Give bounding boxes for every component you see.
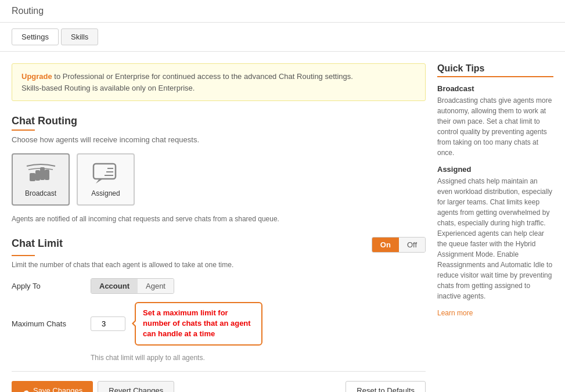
tab-skills[interactable]: Skills [61,28,98,45]
page-title: Routing [12,6,44,16]
max-chats-tooltip: Set a maximum limit for number of chats … [135,302,262,346]
broadcast-tip-text: Broadcasting chats give agents more auto… [437,95,553,158]
upgrade-text1: to Professional or Enterprise for contin… [52,72,353,81]
apply-account-button[interactable]: Account [91,279,138,293]
apply-note: This chat limit will apply to all agents… [91,354,426,362]
svg-rect-1 [35,170,40,181]
broadcast-tip-title: Broadcast [437,84,553,93]
footer-divider [12,371,426,372]
upgrade-text2: Skills-based Routing is available only o… [21,82,416,94]
routing-broadcast[interactable]: Broadcast [12,153,70,206]
save-button[interactable]: ☁ Save Changes [12,381,93,392]
save-label: Save Changes [33,386,82,392]
learn-more-link[interactable]: Learn more [437,309,473,317]
left-panel: Upgrade to Professional or Enterprise fo… [12,63,426,392]
routing-options: Broadcast [12,153,426,206]
svg-rect-3 [45,170,49,180]
quick-tips-title: Quick Tips [437,63,553,74]
chat-routing-description: Choose how agents will receive incoming … [12,135,426,144]
toggle-on-button[interactable]: On [372,238,399,252]
max-chats-label: Maximum Chats [12,319,81,328]
chat-limit-header: Chat Limit On Off [12,237,426,253]
apply-agent-button[interactable]: Agent [138,279,174,293]
broadcast-label: Broadcast [20,189,62,197]
chat-limit-divider [12,255,35,256]
assigned-icon [88,161,123,185]
upgrade-banner: Upgrade to Professional or Enterprise fo… [12,63,426,101]
main-layout: Upgrade to Professional or Enterprise fo… [0,52,565,392]
routing-assigned[interactable]: Assigned [77,153,135,206]
svg-rect-0 [30,173,35,181]
assigned-tip-text: Assigned chats help maintain an even wor… [437,176,553,301]
footer-actions: ☁ Save Changes Revert Changes Reset to D… [12,381,426,392]
max-chats-input[interactable] [91,317,125,331]
chat-routing-title: Chat Routing [12,115,426,127]
upgrade-link[interactable]: Upgrade [21,72,52,81]
save-icon: ☁ [22,386,30,392]
toggle-off-button[interactable]: Off [399,238,425,252]
chat-limit-toggle: On Off [372,237,426,253]
left-footer-actions: ☁ Save Changes Revert Changes [12,381,174,392]
reset-button[interactable]: Reset to Defaults [346,381,426,392]
routing-selected-desc: Agents are notified of all incoming chat… [12,215,426,223]
tab-settings[interactable]: Settings [12,28,59,45]
apply-to-label: Apply To [12,282,81,290]
chat-limit-title: Chat Limit [12,238,63,250]
apply-to-row: Apply To Account Agent [12,278,426,294]
max-chats-row: Maximum Chats Set a maximum limit for nu… [12,302,426,346]
chat-limit-section: Chat Limit On Off Limit the number of ch… [12,237,426,362]
assigned-label: Assigned [85,189,127,197]
revert-button[interactable]: Revert Changes [98,381,174,392]
svg-rect-2 [40,167,45,180]
chat-routing-divider [12,130,35,131]
broadcast-icon [23,161,58,185]
chat-limit-description: Limit the number of chats that each agen… [12,261,426,269]
right-panel: Quick Tips Broadcast Broadcasting chats … [437,63,553,392]
quick-tips-divider [437,76,553,77]
assigned-tip-title: Assigned [437,165,553,174]
chat-routing-section: Chat Routing Choose how agents will rece… [12,115,426,223]
apply-to-group: Account Agent [91,278,174,294]
page-header: Routing [0,0,565,23]
tab-bar: Settings Skills [0,23,565,52]
